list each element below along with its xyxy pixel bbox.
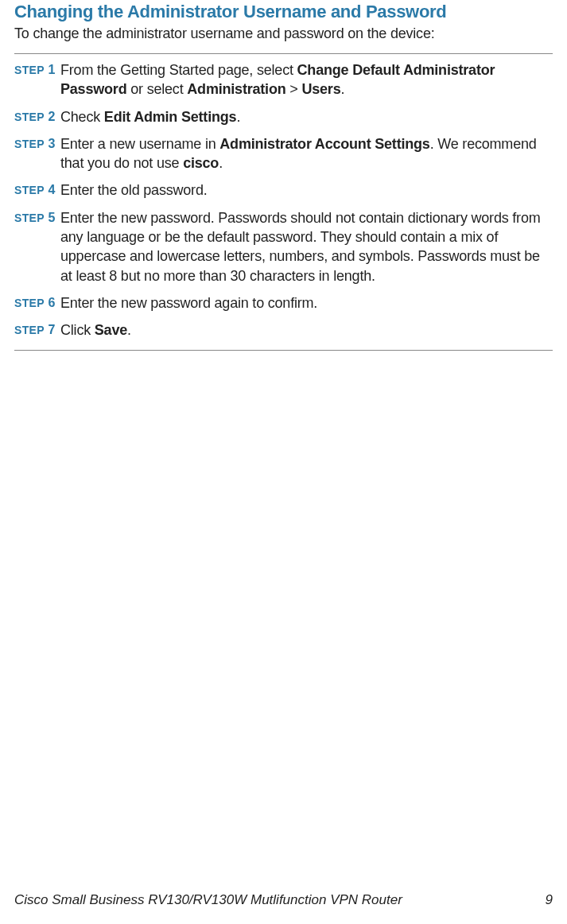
- step-label: STEP 1: [14, 60, 60, 77]
- step-label: STEP 5: [14, 208, 60, 225]
- step-text: From the Getting Started page, select Ch…: [60, 60, 553, 99]
- page-footer: Cisco Small Business RV130/RV130W Mutlif…: [14, 892, 553, 908]
- step-label: STEP 6: [14, 293, 60, 310]
- step-item: STEP 3Enter a new username in Administra…: [14, 134, 553, 173]
- step-text: Enter a new username in Administrator Ac…: [60, 134, 553, 173]
- step-item: STEP 1From the Getting Started page, sel…: [14, 60, 553, 99]
- step-item: STEP 4Enter the old password.: [14, 181, 553, 200]
- step-item: STEP 5Enter the new password. Passwords …: [14, 208, 553, 285]
- step-text: Click Save.: [60, 320, 131, 340]
- step-text: Check Edit Admin Settings.: [60, 107, 240, 126]
- step-text: Enter the new password. Passwords should…: [60, 208, 553, 285]
- steps-list: STEP 1From the Getting Started page, sel…: [14, 60, 553, 340]
- step-label: STEP 4: [14, 181, 60, 197]
- bottom-rule: [14, 350, 553, 351]
- footer-title: Cisco Small Business RV130/RV130W Mutlif…: [14, 892, 402, 908]
- step-text: Enter the old password.: [60, 181, 208, 200]
- step-item: STEP 2Check Edit Admin Settings.: [14, 107, 553, 126]
- section-heading: Changing the Administrator Username and …: [14, 0, 553, 22]
- step-label: STEP 2: [14, 107, 60, 124]
- step-text: Enter the new password again to confirm.: [60, 293, 317, 313]
- step-item: STEP 6Enter the new password again to co…: [14, 293, 553, 313]
- step-label: STEP 3: [14, 134, 60, 151]
- step-label: STEP 7: [14, 320, 60, 337]
- footer-page-number: 9: [546, 892, 553, 908]
- step-item: STEP 7Click Save.: [14, 320, 553, 340]
- top-rule: [14, 53, 553, 54]
- intro-text: To change the administrator username and…: [14, 25, 553, 42]
